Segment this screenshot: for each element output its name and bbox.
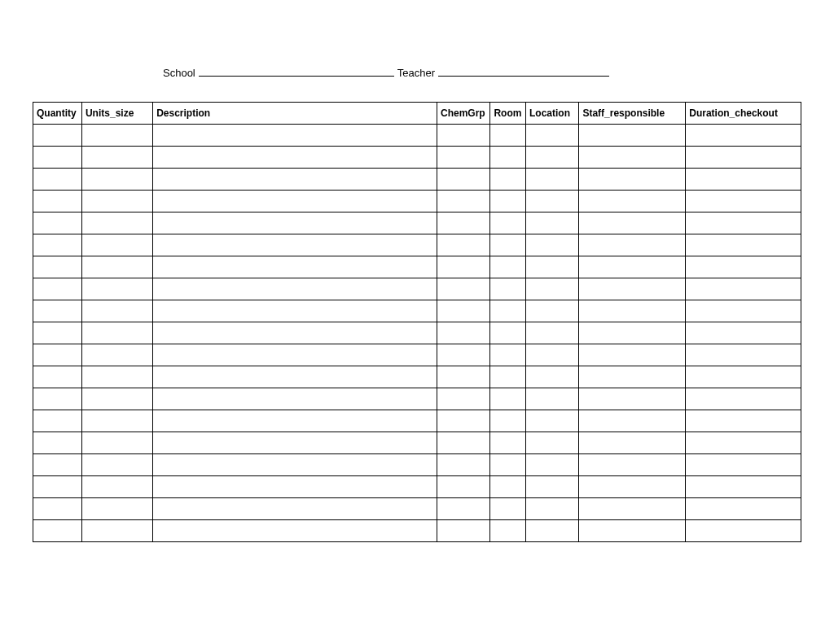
table-cell[interactable] xyxy=(81,191,152,212)
table-cell[interactable] xyxy=(437,212,490,234)
table-cell[interactable] xyxy=(153,256,437,278)
table-cell[interactable] xyxy=(33,498,82,520)
table-cell[interactable] xyxy=(579,520,686,542)
table-cell[interactable] xyxy=(437,147,490,169)
table-cell[interactable] xyxy=(526,322,579,344)
table-cell[interactable] xyxy=(490,322,526,344)
table-cell[interactable] xyxy=(579,388,686,410)
table-cell[interactable] xyxy=(437,344,490,366)
table-cell[interactable] xyxy=(490,300,526,322)
table-cell[interactable] xyxy=(686,278,801,300)
table-cell[interactable] xyxy=(490,234,526,256)
table-cell[interactable] xyxy=(33,191,82,212)
table-cell[interactable] xyxy=(686,147,801,169)
table-cell[interactable] xyxy=(526,169,579,191)
table-cell[interactable] xyxy=(437,520,490,542)
table-cell[interactable] xyxy=(153,169,437,191)
table-cell[interactable] xyxy=(33,256,82,278)
table-cell[interactable] xyxy=(579,432,686,454)
table-cell[interactable] xyxy=(526,300,579,322)
table-cell[interactable] xyxy=(153,520,437,542)
table-cell[interactable] xyxy=(579,147,686,169)
table-cell[interactable] xyxy=(490,432,526,454)
table-cell[interactable] xyxy=(686,520,801,542)
table-cell[interactable] xyxy=(153,322,437,344)
table-cell[interactable] xyxy=(81,256,152,278)
table-cell[interactable] xyxy=(81,344,152,366)
table-cell[interactable] xyxy=(81,388,152,410)
table-cell[interactable] xyxy=(490,278,526,300)
table-cell[interactable] xyxy=(153,191,437,212)
table-cell[interactable] xyxy=(33,410,82,432)
table-cell[interactable] xyxy=(490,125,526,147)
table-cell[interactable] xyxy=(686,322,801,344)
table-cell[interactable] xyxy=(579,410,686,432)
table-cell[interactable] xyxy=(33,234,82,256)
table-cell[interactable] xyxy=(33,388,82,410)
school-input-line[interactable] xyxy=(199,65,394,77)
table-cell[interactable] xyxy=(81,520,152,542)
table-cell[interactable] xyxy=(490,388,526,410)
table-cell[interactable] xyxy=(437,498,490,520)
table-cell[interactable] xyxy=(490,366,526,388)
table-cell[interactable] xyxy=(437,125,490,147)
table-cell[interactable] xyxy=(153,498,437,520)
table-cell[interactable] xyxy=(526,520,579,542)
table-cell[interactable] xyxy=(579,322,686,344)
table-cell[interactable] xyxy=(526,278,579,300)
table-cell[interactable] xyxy=(686,125,801,147)
table-cell[interactable] xyxy=(526,432,579,454)
table-cell[interactable] xyxy=(437,366,490,388)
table-cell[interactable] xyxy=(686,476,801,498)
table-cell[interactable] xyxy=(526,234,579,256)
table-cell[interactable] xyxy=(686,169,801,191)
table-cell[interactable] xyxy=(490,169,526,191)
table-cell[interactable] xyxy=(490,344,526,366)
table-cell[interactable] xyxy=(81,454,152,476)
table-cell[interactable] xyxy=(579,278,686,300)
table-cell[interactable] xyxy=(437,476,490,498)
table-cell[interactable] xyxy=(579,476,686,498)
table-cell[interactable] xyxy=(579,256,686,278)
table-cell[interactable] xyxy=(490,476,526,498)
table-cell[interactable] xyxy=(490,410,526,432)
table-cell[interactable] xyxy=(81,300,152,322)
table-cell[interactable] xyxy=(153,388,437,410)
table-cell[interactable] xyxy=(153,432,437,454)
table-cell[interactable] xyxy=(686,256,801,278)
table-cell[interactable] xyxy=(437,191,490,212)
table-cell[interactable] xyxy=(81,125,152,147)
table-cell[interactable] xyxy=(526,476,579,498)
table-cell[interactable] xyxy=(526,344,579,366)
table-cell[interactable] xyxy=(686,366,801,388)
table-cell[interactable] xyxy=(437,300,490,322)
table-cell[interactable] xyxy=(437,322,490,344)
table-cell[interactable] xyxy=(437,388,490,410)
table-cell[interactable] xyxy=(81,322,152,344)
table-cell[interactable] xyxy=(526,125,579,147)
table-cell[interactable] xyxy=(33,476,82,498)
table-cell[interactable] xyxy=(153,125,437,147)
table-cell[interactable] xyxy=(81,147,152,169)
table-cell[interactable] xyxy=(153,234,437,256)
table-cell[interactable] xyxy=(33,344,82,366)
table-cell[interactable] xyxy=(153,147,437,169)
table-cell[interactable] xyxy=(153,212,437,234)
table-cell[interactable] xyxy=(526,366,579,388)
table-cell[interactable] xyxy=(686,410,801,432)
table-cell[interactable] xyxy=(579,191,686,212)
table-cell[interactable] xyxy=(153,410,437,432)
table-cell[interactable] xyxy=(437,169,490,191)
table-cell[interactable] xyxy=(579,366,686,388)
table-cell[interactable] xyxy=(33,366,82,388)
table-cell[interactable] xyxy=(33,147,82,169)
table-cell[interactable] xyxy=(153,278,437,300)
table-cell[interactable] xyxy=(490,212,526,234)
table-cell[interactable] xyxy=(579,344,686,366)
table-cell[interactable] xyxy=(437,234,490,256)
table-cell[interactable] xyxy=(686,454,801,476)
table-cell[interactable] xyxy=(490,498,526,520)
table-cell[interactable] xyxy=(686,498,801,520)
table-cell[interactable] xyxy=(526,191,579,212)
table-cell[interactable] xyxy=(153,366,437,388)
